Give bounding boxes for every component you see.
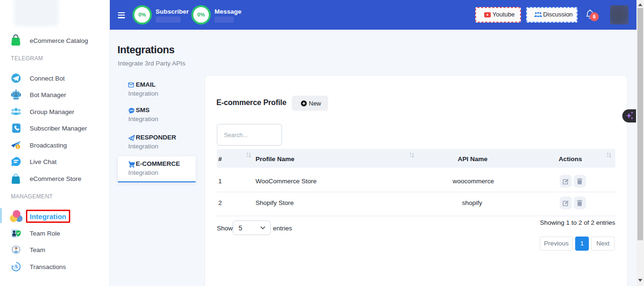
svg-text:1: 1 xyxy=(17,145,19,149)
svg-text:SMS: SMS xyxy=(130,109,134,112)
